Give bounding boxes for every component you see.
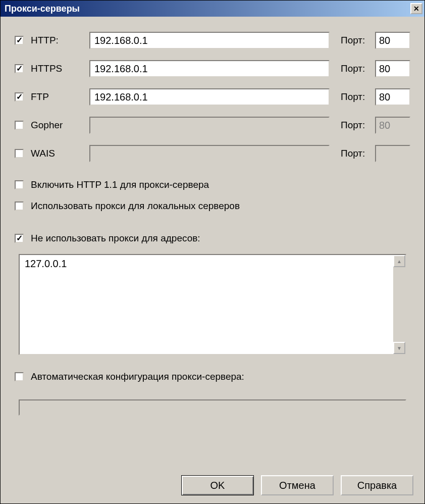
gopher-port-label: Порт: [341, 120, 375, 131]
textarea-scrollbar[interactable]: ▲ ▼ [393, 255, 405, 354]
noproxy-checkbox[interactable] [15, 234, 24, 243]
autoconfig-url-input [19, 399, 406, 416]
http11-checkbox[interactable] [15, 180, 24, 189]
gopher-checkbox[interactable] [15, 121, 24, 130]
noproxy-textarea-wrap: ▲ ▼ [19, 254, 406, 355]
proxy-row-gopher: Gopher Порт: [15, 117, 410, 134]
uselocal-checkbox[interactable] [15, 201, 24, 211]
https-checkbox[interactable] [15, 64, 24, 73]
option-row-noproxy: Не использовать прокси для адресов: [15, 233, 410, 244]
ok-button[interactable]: OK [181, 475, 254, 495]
autoconfig-label: Автоматическая конфигурация прокси-серве… [31, 371, 244, 382]
gopher-address-input [89, 117, 330, 134]
https-label: HTTPS [31, 63, 89, 74]
ftp-port-label: Порт: [341, 91, 375, 103]
https-port-input[interactable] [375, 60, 410, 77]
autoconfig-checkbox[interactable] [15, 372, 24, 381]
scroll-down-icon[interactable]: ▼ [393, 342, 405, 354]
http-label: HTTP: [31, 35, 89, 46]
cancel-button[interactable]: Отмена [261, 475, 334, 495]
noproxy-label: Не использовать прокси для адресов: [31, 233, 200, 244]
proxy-dialog: Прокси-серверы ✕ HTTP: Порт: HTTPS Порт:… [0, 0, 425, 504]
content-area: HTTP: Порт: HTTPS Порт: FTP Порт: Gopher… [1, 17, 424, 416]
gopher-label: Gopher [31, 120, 89, 131]
wais-port-label: Порт: [341, 148, 375, 159]
option-row-autoconfig: Автоматическая конфигурация прокси-серве… [15, 371, 410, 382]
http11-label: Включить HTTP 1.1 для прокси-сервера [31, 179, 209, 190]
https-port-label: Порт: [341, 63, 375, 74]
scroll-up-icon[interactable]: ▲ [393, 255, 405, 267]
http-port-label: Порт: [341, 35, 375, 46]
ftp-address-input[interactable] [89, 88, 330, 106]
wais-port-input [375, 145, 410, 162]
proxy-row-https: HTTPS Порт: [15, 60, 410, 77]
ftp-port-input[interactable] [375, 88, 410, 106]
ftp-checkbox[interactable] [15, 92, 24, 102]
proxy-row-http: HTTP: Порт: [15, 32, 410, 49]
noproxy-textarea[interactable] [20, 255, 393, 354]
window-title: Прокси-серверы [5, 4, 80, 14]
close-button[interactable]: ✕ [410, 3, 422, 14]
http-address-input[interactable] [89, 32, 330, 49]
option-row-uselocal: Использовать прокси для локальных сервер… [15, 200, 410, 212]
http-checkbox[interactable] [15, 36, 24, 45]
button-bar: OK Отмена Справка [181, 475, 413, 495]
gopher-port-input [375, 117, 410, 134]
wais-label: WAIS [31, 148, 89, 159]
wais-checkbox[interactable] [15, 149, 24, 158]
ftp-label: FTP [31, 91, 89, 103]
option-row-http11: Включить HTTP 1.1 для прокси-сервера [15, 179, 410, 190]
help-button[interactable]: Справка [341, 475, 413, 495]
proxy-row-ftp: FTP Порт: [15, 88, 410, 106]
uselocal-label: Использовать прокси для локальных сервер… [31, 200, 240, 212]
http-port-input[interactable] [375, 32, 410, 49]
proxy-row-wais: WAIS Порт: [15, 145, 410, 162]
wais-address-input [89, 145, 330, 162]
https-address-input[interactable] [89, 60, 330, 77]
titlebar: Прокси-серверы ✕ [1, 1, 424, 17]
